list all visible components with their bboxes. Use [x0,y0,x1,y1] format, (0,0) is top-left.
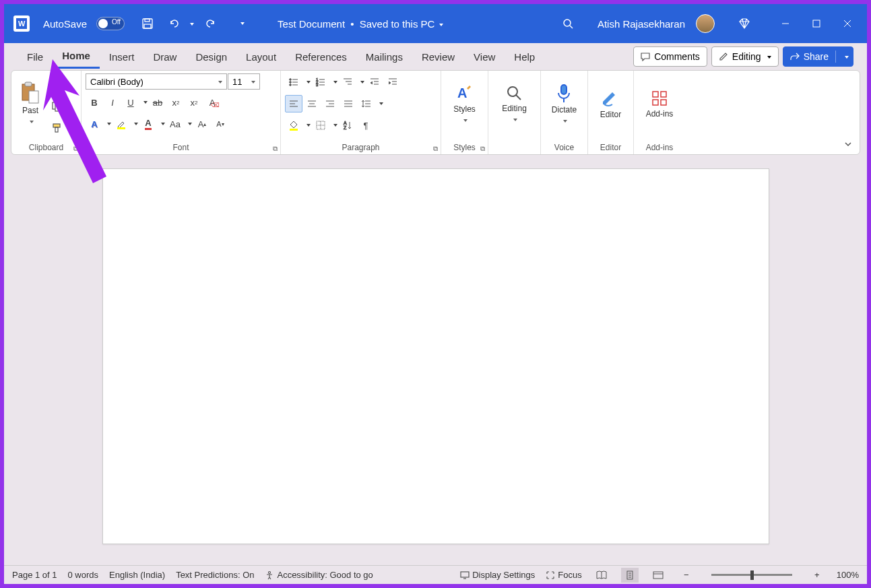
numbering-button[interactable]: 123 [312,73,329,91]
undo-button[interactable] [164,13,185,34]
strikethrough-button[interactable]: ab [149,94,166,111]
paste-button[interactable]: Past [15,73,45,134]
print-layout-button[interactable] [621,568,639,583]
accessibility-check[interactable]: Accessibility: Good to go [265,570,373,580]
read-mode-button[interactable] [593,568,610,583]
collapse-ribbon-button[interactable] [843,139,853,149]
zoom-slider[interactable] [711,574,792,576]
show-hide-button[interactable]: ¶ [357,117,375,134]
font-size-select[interactable]: 11 [228,73,260,90]
close-button[interactable] [833,13,862,34]
subscript-button[interactable]: x2 [167,94,185,111]
tab-help[interactable]: Help [505,46,544,68]
document-area[interactable] [4,160,867,565]
tab-mailings[interactable]: Mailings [356,46,412,68]
tab-design[interactable]: Design [186,46,236,68]
autosave-toggle[interactable]: Off [96,17,125,30]
clear-formatting-button[interactable]: A⌫ [203,94,221,111]
format-painter-button[interactable] [48,119,65,137]
highlight-button[interactable] [112,115,130,133]
web-layout-button[interactable] [649,568,667,583]
zoom-in-button[interactable]: + [808,568,826,583]
minimize-button[interactable] [771,13,800,34]
share-button[interactable]: Share [783,46,853,67]
tab-layout[interactable]: Layout [236,46,286,68]
customize-qat-button[interactable] [230,13,252,34]
text-effects-dropdown[interactable] [104,115,112,133]
clipboard-launcher[interactable]: ⧉ [73,145,78,153]
maximize-button[interactable] [802,13,831,34]
align-left-button[interactable] [285,95,302,112]
cut-button[interactable] [48,76,65,94]
editing-button[interactable]: Editing [498,73,531,134]
word-count[interactable]: 0 words [68,570,99,580]
zoom-level[interactable]: 100% [837,570,859,580]
display-settings[interactable]: Display Settings [460,570,535,580]
language-indicator[interactable]: English (India) [109,570,165,580]
document-page[interactable] [102,168,769,544]
diamond-icon[interactable] [734,13,755,34]
superscript-button[interactable]: x2 [185,94,203,111]
focus-mode[interactable]: Focus [546,570,581,580]
bold-button[interactable]: B [86,94,103,111]
font-color-dropdown[interactable] [158,115,166,133]
user-avatar[interactable] [696,14,715,33]
font-color-button[interactable]: A [139,115,157,133]
bullets-button[interactable] [285,73,302,91]
page-indicator[interactable]: Page 1 of 1 [12,570,57,580]
redo-button[interactable] [199,13,221,34]
sort-button[interactable]: AZ [339,117,356,134]
underline-button[interactable]: U [122,94,139,111]
tab-view[interactable]: View [464,46,505,68]
undo-dropdown[interactable] [188,18,194,30]
font-name-select[interactable]: Calibri (Body) [86,73,227,90]
search-button[interactable] [557,13,579,34]
tab-review[interactable]: Review [412,46,464,68]
align-center-button[interactable] [303,95,321,112]
tab-file[interactable]: File [18,46,53,68]
numbering-dropdown[interactable] [330,73,338,91]
text-predictions[interactable]: Text Predictions: On [176,570,254,580]
borders-button[interactable] [312,117,329,134]
highlight-dropdown[interactable] [131,115,139,133]
bullets-dropdown[interactable] [303,73,311,91]
underline-dropdown[interactable] [140,94,148,111]
save-button[interactable] [137,13,158,34]
voice-group-label: Voice [554,143,574,152]
text-effects-button[interactable]: A [86,115,103,133]
borders-dropdown[interactable] [330,117,338,134]
tab-references[interactable]: References [286,46,356,68]
tab-draw[interactable]: Draw [143,46,186,68]
styles-button[interactable]: A Styles [449,73,480,134]
line-spacing-dropdown[interactable] [376,95,384,112]
decrease-indent-button[interactable] [366,73,383,91]
shading-dropdown[interactable] [303,117,311,134]
copy-button[interactable] [48,98,65,115]
editor-button[interactable]: Editor [596,73,625,134]
tab-home[interactable]: Home [53,44,100,69]
multilevel-list-button[interactable] [339,73,356,91]
italic-button[interactable]: I [104,94,121,111]
tab-insert[interactable]: Insert [100,46,144,68]
addins-button[interactable]: Add-ins [642,73,678,134]
svg-text:A: A [344,121,347,125]
grow-font-button[interactable]: A▴ [193,115,211,133]
zoom-out-button[interactable]: − [678,568,695,583]
align-right-button[interactable] [321,95,339,112]
increase-indent-button[interactable] [384,73,401,91]
dictate-button[interactable]: Dictate [548,73,581,134]
editing-mode-button[interactable]: Editing [711,46,779,67]
user-name[interactable]: Atish Rajasekharan [598,18,685,30]
justify-button[interactable] [340,95,357,112]
change-case-dropdown[interactable] [185,115,193,133]
line-spacing-button[interactable] [358,95,375,112]
shrink-font-button[interactable]: A▾ [212,115,229,133]
styles-launcher[interactable]: ⧉ [480,145,485,153]
multilevel-dropdown[interactable] [357,73,365,91]
paragraph-launcher[interactable]: ⧉ [433,145,438,153]
change-case-button[interactable]: Aa [166,115,184,133]
comments-button[interactable]: Comments [633,46,707,67]
document-title[interactable]: Test Document • Saved to this PC [278,18,443,30]
font-launcher[interactable]: ⧉ [273,145,278,153]
shading-button[interactable] [285,117,302,134]
